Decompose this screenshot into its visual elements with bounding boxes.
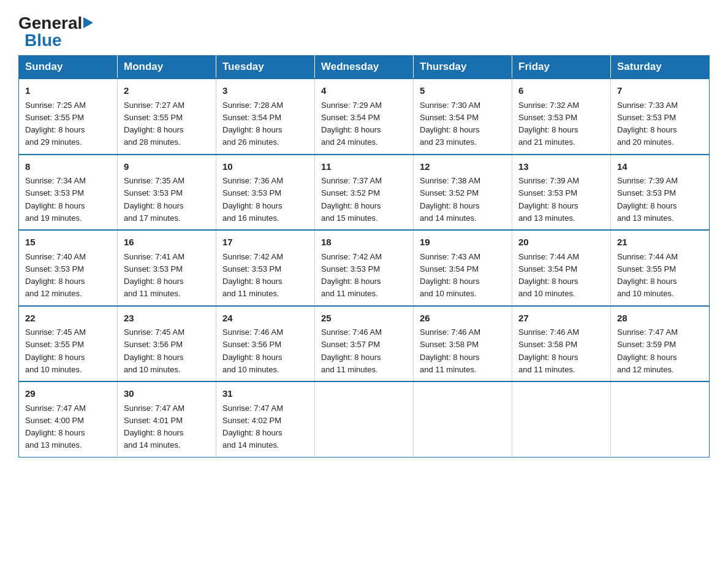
day-daylight: Daylight: 8 hoursand 16 minutes. xyxy=(222,201,282,223)
day-number: 2 xyxy=(124,84,210,98)
day-sunrise: Sunrise: 7:46 AM xyxy=(222,327,283,337)
day-number: 12 xyxy=(420,160,506,174)
day-sunrise: Sunrise: 7:43 AM xyxy=(420,252,480,261)
weekday-header-thursday: Thursday xyxy=(414,56,512,79)
day-daylight: Daylight: 8 hoursand 11 minutes. xyxy=(420,353,480,374)
calendar-week-1: 1Sunrise: 7:25 AMSunset: 3:55 PMDaylight… xyxy=(19,79,710,155)
day-number: 18 xyxy=(321,236,407,250)
day-sunrise: Sunrise: 7:47 AM xyxy=(124,404,184,413)
day-daylight: Daylight: 8 hoursand 11 minutes. xyxy=(321,353,381,374)
day-number: 17 xyxy=(222,236,308,250)
day-number: 16 xyxy=(124,236,210,250)
day-sunset: Sunset: 3:54 PM xyxy=(518,264,577,274)
day-sunrise: Sunrise: 7:45 AM xyxy=(124,327,184,337)
day-number: 6 xyxy=(518,84,604,98)
calendar-cell: 29Sunrise: 7:47 AMSunset: 4:00 PMDayligh… xyxy=(19,381,118,457)
day-number: 14 xyxy=(617,160,703,174)
day-daylight: Daylight: 8 hoursand 20 minutes. xyxy=(617,125,677,147)
day-sunrise: Sunrise: 7:30 AM xyxy=(420,101,480,110)
calendar-cell: 8Sunrise: 7:34 AMSunset: 3:53 PMDaylight… xyxy=(19,155,118,231)
calendar-cell: 12Sunrise: 7:38 AMSunset: 3:52 PMDayligh… xyxy=(414,155,512,231)
day-number: 9 xyxy=(124,160,210,174)
day-number: 4 xyxy=(321,84,407,98)
calendar-week-4: 22Sunrise: 7:45 AMSunset: 3:55 PMDayligh… xyxy=(19,306,710,382)
calendar-cell: 6Sunrise: 7:32 AMSunset: 3:53 PMDaylight… xyxy=(512,79,611,155)
calendar-cell: 18Sunrise: 7:42 AMSunset: 3:53 PMDayligh… xyxy=(315,230,414,306)
calendar-week-3: 15Sunrise: 7:40 AMSunset: 3:53 PMDayligh… xyxy=(19,230,710,306)
day-daylight: Daylight: 8 hoursand 10 minutes. xyxy=(518,277,578,298)
day-sunrise: Sunrise: 7:44 AM xyxy=(518,252,579,261)
day-sunset: Sunset: 3:53 PM xyxy=(222,264,281,274)
day-sunrise: Sunrise: 7:38 AM xyxy=(420,176,480,185)
calendar-cell: 13Sunrise: 7:39 AMSunset: 3:53 PMDayligh… xyxy=(512,155,611,231)
day-daylight: Daylight: 8 hoursand 12 minutes. xyxy=(617,353,677,374)
day-daylight: Daylight: 8 hoursand 11 minutes. xyxy=(518,353,578,374)
weekday-header-wednesday: Wednesday xyxy=(315,56,414,79)
day-number: 29 xyxy=(25,387,111,401)
day-number: 7 xyxy=(617,84,703,98)
calendar-cell: 30Sunrise: 7:47 AMSunset: 4:01 PMDayligh… xyxy=(118,381,216,457)
day-sunrise: Sunrise: 7:46 AM xyxy=(321,327,382,337)
day-sunset: Sunset: 3:55 PM xyxy=(617,264,676,274)
day-sunset: Sunset: 3:54 PM xyxy=(420,264,479,274)
calendar-cell: 10Sunrise: 7:36 AMSunset: 3:53 PMDayligh… xyxy=(216,155,315,231)
day-number: 3 xyxy=(222,84,308,98)
calendar-cell: 3Sunrise: 7:28 AMSunset: 3:54 PMDaylight… xyxy=(216,79,315,155)
day-daylight: Daylight: 8 hoursand 10 minutes. xyxy=(420,277,480,298)
calendar-cell: 28Sunrise: 7:47 AMSunset: 3:59 PMDayligh… xyxy=(611,306,710,382)
day-daylight: Daylight: 8 hoursand 17 minutes. xyxy=(124,201,184,223)
day-sunset: Sunset: 3:55 PM xyxy=(25,113,84,122)
calendar-table: SundayMondayTuesdayWednesdayThursdayFrid… xyxy=(18,55,710,458)
day-sunset: Sunset: 4:02 PM xyxy=(222,416,281,425)
day-number: 10 xyxy=(222,160,308,174)
day-sunset: Sunset: 3:55 PM xyxy=(124,113,183,122)
calendar-cell: 2Sunrise: 7:27 AMSunset: 3:55 PMDaylight… xyxy=(118,79,216,155)
day-daylight: Daylight: 8 hoursand 19 minutes. xyxy=(25,201,85,223)
day-daylight: Daylight: 8 hoursand 11 minutes. xyxy=(124,277,184,298)
calendar-week-2: 8Sunrise: 7:34 AMSunset: 3:53 PMDaylight… xyxy=(19,155,710,231)
day-sunset: Sunset: 3:58 PM xyxy=(518,340,577,349)
calendar-cell: 20Sunrise: 7:44 AMSunset: 3:54 PMDayligh… xyxy=(512,230,611,306)
svg-marker-0 xyxy=(83,17,93,28)
weekday-header-saturday: Saturday xyxy=(611,56,710,79)
day-daylight: Daylight: 8 hoursand 10 minutes. xyxy=(25,353,85,374)
calendar-cell: 21Sunrise: 7:44 AMSunset: 3:55 PMDayligh… xyxy=(611,230,710,306)
day-number: 21 xyxy=(617,236,703,250)
day-sunrise: Sunrise: 7:36 AM xyxy=(222,176,283,185)
day-daylight: Daylight: 8 hoursand 14 minutes. xyxy=(222,428,282,450)
day-daylight: Daylight: 8 hoursand 14 minutes. xyxy=(124,428,184,450)
logo-triangle-icon xyxy=(83,17,93,28)
calendar-cell: 5Sunrise: 7:30 AMSunset: 3:54 PMDaylight… xyxy=(414,79,512,155)
day-sunrise: Sunrise: 7:39 AM xyxy=(617,176,678,185)
day-daylight: Daylight: 8 hoursand 13 minutes. xyxy=(518,201,578,223)
day-sunrise: Sunrise: 7:25 AM xyxy=(25,101,86,110)
day-sunrise: Sunrise: 7:27 AM xyxy=(124,101,184,110)
page-header: General Blue xyxy=(18,12,710,49)
calendar-cell: 9Sunrise: 7:35 AMSunset: 3:53 PMDaylight… xyxy=(118,155,216,231)
calendar-cell: 14Sunrise: 7:39 AMSunset: 3:53 PMDayligh… xyxy=(611,155,710,231)
day-daylight: Daylight: 8 hoursand 11 minutes. xyxy=(222,277,282,298)
day-sunset: Sunset: 4:00 PM xyxy=(25,416,84,425)
calendar-cell xyxy=(414,381,512,457)
day-daylight: Daylight: 8 hoursand 15 minutes. xyxy=(321,201,381,223)
day-sunset: Sunset: 3:55 PM xyxy=(25,340,84,349)
weekday-header-friday: Friday xyxy=(512,56,611,79)
day-sunrise: Sunrise: 7:29 AM xyxy=(321,101,382,110)
day-sunset: Sunset: 3:54 PM xyxy=(321,113,380,122)
calendar-cell xyxy=(512,381,611,457)
day-sunrise: Sunrise: 7:39 AM xyxy=(518,176,579,185)
day-sunset: Sunset: 4:01 PM xyxy=(124,416,183,425)
calendar-cell xyxy=(315,381,414,457)
day-sunrise: Sunrise: 7:42 AM xyxy=(222,252,283,261)
calendar-cell: 22Sunrise: 7:45 AMSunset: 3:55 PMDayligh… xyxy=(19,306,118,382)
calendar-cell: 27Sunrise: 7:46 AMSunset: 3:58 PMDayligh… xyxy=(512,306,611,382)
day-daylight: Daylight: 8 hoursand 10 minutes. xyxy=(617,277,677,298)
day-sunrise: Sunrise: 7:33 AM xyxy=(617,101,678,110)
calendar-cell: 16Sunrise: 7:41 AMSunset: 3:53 PMDayligh… xyxy=(118,230,216,306)
calendar-cell: 17Sunrise: 7:42 AMSunset: 3:53 PMDayligh… xyxy=(216,230,315,306)
day-sunset: Sunset: 3:52 PM xyxy=(420,188,479,197)
day-number: 8 xyxy=(25,160,111,174)
calendar-cell: 31Sunrise: 7:47 AMSunset: 4:02 PMDayligh… xyxy=(216,381,315,457)
day-sunrise: Sunrise: 7:44 AM xyxy=(617,252,678,261)
day-number: 24 xyxy=(222,312,308,326)
